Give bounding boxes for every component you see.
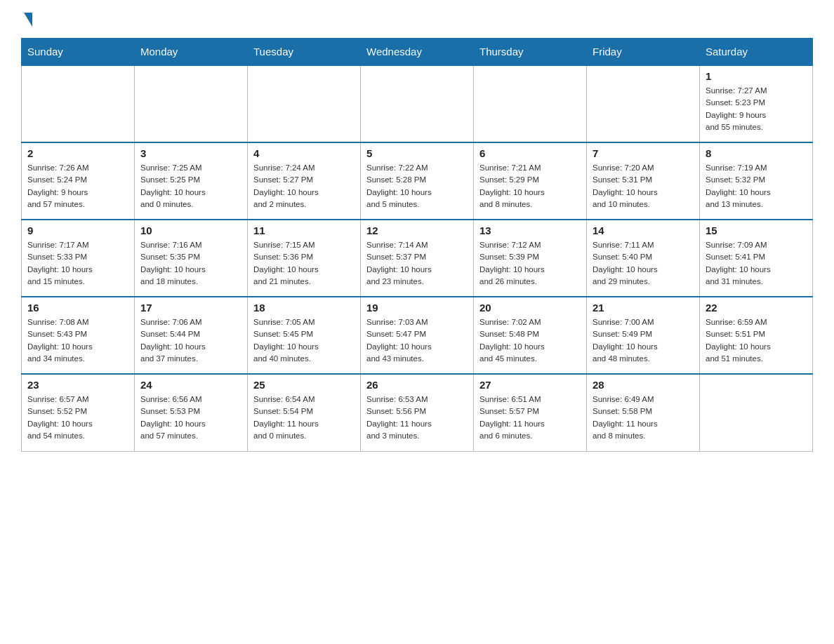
calendar-cell: 9Sunrise: 7:17 AM Sunset: 5:33 PM Daylig…: [22, 220, 135, 297]
day-number: 18: [253, 302, 355, 314]
day-number: 6: [479, 147, 581, 159]
day-info: Sunrise: 6:51 AM Sunset: 5:57 PM Dayligh…: [479, 394, 581, 442]
calendar-cell: 16Sunrise: 7:08 AM Sunset: 5:43 PM Dayli…: [22, 297, 135, 374]
calendar-cell: 14Sunrise: 7:11 AM Sunset: 5:40 PM Dayli…: [587, 220, 700, 297]
calendar-cell: 11Sunrise: 7:15 AM Sunset: 5:36 PM Dayli…: [248, 220, 361, 297]
calendar-cell: 3Sunrise: 7:25 AM Sunset: 5:25 PM Daylig…: [135, 142, 248, 220]
day-number: 20: [479, 302, 581, 314]
week-row-2: 9Sunrise: 7:17 AM Sunset: 5:33 PM Daylig…: [22, 220, 813, 297]
day-info: Sunrise: 7:14 AM Sunset: 5:37 PM Dayligh…: [366, 239, 468, 288]
day-number: 8: [706, 147, 807, 159]
day-number: 11: [253, 224, 355, 236]
day-info: Sunrise: 7:24 AM Sunset: 5:27 PM Dayligh…: [253, 162, 355, 210]
calendar-cell: 8Sunrise: 7:19 AM Sunset: 5:32 PM Daylig…: [700, 142, 813, 220]
day-info: Sunrise: 7:27 AM Sunset: 5:23 PM Dayligh…: [706, 85, 807, 133]
week-row-1: 2Sunrise: 7:26 AM Sunset: 5:24 PM Daylig…: [22, 142, 813, 220]
day-info: Sunrise: 7:09 AM Sunset: 5:41 PM Dayligh…: [706, 239, 807, 288]
day-number: 1: [706, 70, 807, 82]
day-info: Sunrise: 7:22 AM Sunset: 5:28 PM Dayligh…: [366, 162, 468, 210]
day-info: Sunrise: 7:16 AM Sunset: 5:35 PM Dayligh…: [140, 239, 241, 288]
calendar-cell: 26Sunrise: 6:53 AM Sunset: 5:56 PM Dayli…: [361, 374, 474, 451]
calendar-cell: 10Sunrise: 7:16 AM Sunset: 5:35 PM Dayli…: [135, 220, 248, 297]
weekday-header-sunday: Sunday: [22, 39, 135, 66]
day-info: Sunrise: 7:06 AM Sunset: 5:44 PM Dayligh…: [140, 316, 241, 365]
day-number: 25: [253, 379, 355, 391]
day-info: Sunrise: 7:08 AM Sunset: 5:43 PM Dayligh…: [27, 316, 128, 365]
calendar-cell: [22, 65, 135, 142]
week-row-0: 1Sunrise: 7:27 AM Sunset: 5:23 PM Daylig…: [22, 65, 813, 142]
day-info: Sunrise: 7:00 AM Sunset: 5:49 PM Dayligh…: [593, 316, 694, 365]
day-info: Sunrise: 7:03 AM Sunset: 5:47 PM Dayligh…: [366, 316, 468, 365]
calendar-table: SundayMondayTuesdayWednesdayThursdayFrid…: [21, 38, 813, 452]
day-number: 21: [593, 302, 694, 314]
day-info: Sunrise: 7:05 AM Sunset: 5:45 PM Dayligh…: [253, 316, 355, 365]
day-number: 28: [593, 379, 694, 391]
calendar-cell: [587, 65, 700, 142]
day-info: Sunrise: 6:53 AM Sunset: 5:56 PM Dayligh…: [366, 394, 468, 442]
calendar-cell: 12Sunrise: 7:14 AM Sunset: 5:37 PM Dayli…: [361, 220, 474, 297]
calendar-cell: 20Sunrise: 7:02 AM Sunset: 5:48 PM Dayli…: [474, 297, 587, 374]
calendar-cell: 22Sunrise: 6:59 AM Sunset: 5:51 PM Dayli…: [700, 297, 813, 374]
day-number: 22: [706, 302, 807, 314]
week-row-4: 23Sunrise: 6:57 AM Sunset: 5:52 PM Dayli…: [22, 374, 813, 451]
day-info: Sunrise: 6:57 AM Sunset: 5:52 PM Dayligh…: [27, 394, 128, 442]
calendar-cell: [361, 65, 474, 142]
calendar-cell: 18Sunrise: 7:05 AM Sunset: 5:45 PM Dayli…: [248, 297, 361, 374]
day-info: Sunrise: 6:49 AM Sunset: 5:58 PM Dayligh…: [593, 394, 694, 442]
calendar-cell: 28Sunrise: 6:49 AM Sunset: 5:58 PM Dayli…: [587, 374, 700, 451]
day-number: 16: [27, 302, 128, 314]
page-header: [21, 14, 813, 24]
calendar-cell: [135, 65, 248, 142]
day-number: 3: [140, 147, 241, 159]
weekday-header-friday: Friday: [587, 39, 700, 66]
calendar-cell: 6Sunrise: 7:21 AM Sunset: 5:29 PM Daylig…: [474, 142, 587, 220]
day-number: 26: [366, 379, 468, 391]
day-info: Sunrise: 6:59 AM Sunset: 5:51 PM Dayligh…: [706, 316, 807, 365]
calendar-cell: [248, 65, 361, 142]
day-number: 2: [27, 147, 128, 159]
calendar-cell: 23Sunrise: 6:57 AM Sunset: 5:52 PM Dayli…: [22, 374, 135, 451]
calendar-cell: 7Sunrise: 7:20 AM Sunset: 5:31 PM Daylig…: [587, 142, 700, 220]
logo: [21, 14, 32, 24]
calendar-cell: 1Sunrise: 7:27 AM Sunset: 5:23 PM Daylig…: [700, 65, 813, 142]
day-number: 23: [27, 379, 128, 391]
day-number: 14: [593, 224, 694, 236]
day-number: 27: [479, 379, 581, 391]
day-info: Sunrise: 7:25 AM Sunset: 5:25 PM Dayligh…: [140, 162, 241, 210]
day-info: Sunrise: 7:15 AM Sunset: 5:36 PM Dayligh…: [253, 239, 355, 288]
day-info: Sunrise: 7:19 AM Sunset: 5:32 PM Dayligh…: [706, 162, 807, 210]
calendar-cell: 17Sunrise: 7:06 AM Sunset: 5:44 PM Dayli…: [135, 297, 248, 374]
day-number: 10: [140, 224, 241, 236]
day-number: 13: [479, 224, 581, 236]
weekday-header-tuesday: Tuesday: [248, 39, 361, 66]
day-info: Sunrise: 7:02 AM Sunset: 5:48 PM Dayligh…: [479, 316, 581, 365]
day-info: Sunrise: 6:54 AM Sunset: 5:54 PM Dayligh…: [253, 394, 355, 442]
calendar-cell: 19Sunrise: 7:03 AM Sunset: 5:47 PM Dayli…: [361, 297, 474, 374]
day-info: Sunrise: 7:21 AM Sunset: 5:29 PM Dayligh…: [479, 162, 581, 210]
weekday-header-row: SundayMondayTuesdayWednesdayThursdayFrid…: [22, 39, 813, 66]
logo-arrow-icon: [24, 13, 32, 27]
weekday-header-monday: Monday: [135, 39, 248, 66]
day-number: 24: [140, 379, 241, 391]
day-info: Sunrise: 7:17 AM Sunset: 5:33 PM Dayligh…: [27, 239, 128, 288]
day-number: 4: [253, 147, 355, 159]
day-number: 15: [706, 224, 807, 236]
week-row-3: 16Sunrise: 7:08 AM Sunset: 5:43 PM Dayli…: [22, 297, 813, 374]
day-info: Sunrise: 7:12 AM Sunset: 5:39 PM Dayligh…: [479, 239, 581, 288]
calendar-cell: 15Sunrise: 7:09 AM Sunset: 5:41 PM Dayli…: [700, 220, 813, 297]
day-number: 12: [366, 224, 468, 236]
calendar-cell: 13Sunrise: 7:12 AM Sunset: 5:39 PM Dayli…: [474, 220, 587, 297]
calendar-cell: [700, 374, 813, 451]
calendar-cell: 25Sunrise: 6:54 AM Sunset: 5:54 PM Dayli…: [248, 374, 361, 451]
weekday-header-wednesday: Wednesday: [361, 39, 474, 66]
day-number: 5: [366, 147, 468, 159]
day-number: 9: [27, 224, 128, 236]
day-number: 19: [366, 302, 468, 314]
calendar-cell: 2Sunrise: 7:26 AM Sunset: 5:24 PM Daylig…: [22, 142, 135, 220]
calendar-cell: [474, 65, 587, 142]
day-number: 7: [593, 147, 694, 159]
calendar-cell: 21Sunrise: 7:00 AM Sunset: 5:49 PM Dayli…: [587, 297, 700, 374]
calendar-cell: 4Sunrise: 7:24 AM Sunset: 5:27 PM Daylig…: [248, 142, 361, 220]
calendar-cell: 27Sunrise: 6:51 AM Sunset: 5:57 PM Dayli…: [474, 374, 587, 451]
day-info: Sunrise: 6:56 AM Sunset: 5:53 PM Dayligh…: [140, 394, 241, 442]
